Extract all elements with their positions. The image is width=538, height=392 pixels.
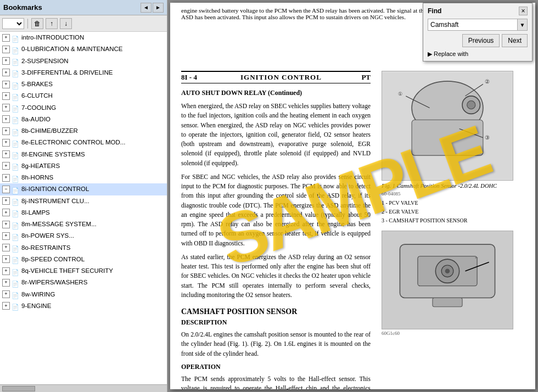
sidebar-item-17[interactable]: +8n-POWER SYS... [0,230,167,242]
sidebar-item-14[interactable]: +8j-INSTRUMENT CLU... [0,195,167,207]
find-header: Find × [428,7,528,15]
find-next-button[interactable]: Next [502,34,528,47]
expand-icon-23[interactable]: + [2,302,10,310]
expand-icon-17[interactable]: + [2,232,10,240]
expand-icon-11[interactable]: + [2,162,10,170]
sidebar-item-0[interactable]: +intro-INTRODUCTION [0,32,167,43]
sidebar-item-9[interactable]: +8e-ELECTRONIC CONTROL MOD... [0,137,167,148]
find-search-input[interactable] [428,19,518,31]
figure-2-image: ← [382,231,513,329]
sidebar-item-1[interactable]: +0-LUBRICATION & MAINTENANCE [0,43,167,55]
book-icon-14 [12,197,19,205]
sidebar-item-12[interactable]: +8h-HORNS [0,172,167,183]
sidebar-item-5[interactable]: +6-CLUTCH [0,90,167,102]
description-title: DESCRIPTION [181,318,371,327]
sidebar-item-label-0: intro-INTRODUCTION [21,33,84,42]
find-previous-button[interactable]: Previous [462,34,500,47]
sidebar-item-2[interactable]: +2-SUSPENSION [0,55,167,67]
body-paragraph-1: When energized, the ASD relay on SBEC ve… [181,102,371,168]
sidebar-item-13[interactable]: −8i-IGNITION CONTROL [0,183,167,195]
expand-icon-3[interactable]: + [2,69,10,76]
expand-icon-16[interactable]: + [2,221,10,228]
sidebar-item-19[interactable]: +8p-SPEED CONTROL [0,254,167,265]
sidebar-item-label-9: 8e-ELECTRONIC CONTROL MOD... [21,138,125,147]
find-dropdown-button[interactable]: ▼ [518,19,528,31]
sidebar-item-21[interactable]: +8r-WIPERS/WASHERS [0,277,167,288]
sidebar-item-22[interactable]: +8w-WIRING [0,289,167,300]
svg-point-16 [445,268,450,273]
sidebar-down-button[interactable]: ↓ [60,18,72,29]
book-icon-18 [12,244,19,251]
sidebar-nav-icons: ◄ ► [141,3,164,13]
sidebar-item-label-16: 8m-MESSAGE SYSTEM... [21,220,97,229]
sidebar-item-11[interactable]: +8g-HEATERS [0,160,167,172]
sidebar-item-18[interactable]: +8o-RESTRAINTS [0,242,167,254]
sidebar-view-dropdown[interactable] [2,18,24,29]
book-icon-4 [12,81,19,88]
sidebar-item-label-20: 8q-VEHICLE THEFT SECURITY [21,266,113,276]
expand-icon-5[interactable]: + [2,92,10,100]
find-toolbar: Find × ▼ Previous Next ▶ Replace with [423,3,533,61]
expand-icon-1[interactable]: + [2,46,10,53]
sidebar-item-label-3: 3-DIFFERENTIAL & DRIVELINE [21,68,113,77]
expand-icon-4[interactable]: + [2,81,10,88]
expand-icon-18[interactable]: + [2,244,10,251]
legend-item-3: 3 - CAMSHAFT POSITION SENSOR [382,216,524,225]
expand-icon-22[interactable]: + [2,290,10,298]
expand-icon-21[interactable]: + [2,279,10,287]
sidebar-item-label-23: 9-ENGINE [21,301,51,311]
main-two-col: 8I - 4 IGNITION CONTROL PT AUTO SHUT DOW… [170,69,535,73]
legend-item-1: 1 - PCV VALVE [382,199,524,208]
replace-row[interactable]: ▶ Replace with [428,51,528,58]
book-icon-23 [12,302,19,310]
sidebar-item-3[interactable]: +3-DIFFERENTIAL & DRIVELINE [0,67,167,79]
sidebar-item-16[interactable]: +8m-MESSAGE SYSTEM... [0,219,167,230]
sidebar-item-label-13: 8i-IGNITION CONTROL [21,184,89,194]
sidebar-horizontal-scrollbar[interactable] [0,384,167,392]
expand-icon-20[interactable]: + [2,267,10,275]
expand-icon-10[interactable]: + [2,150,10,158]
section-id: 8I - 4 [181,73,197,82]
sidebar-nav-back[interactable]: ◄ [141,3,152,13]
sidebar-nav-forward[interactable]: ► [153,3,164,13]
sidebar-item-7[interactable]: +8a-AUDIO [0,114,167,125]
sidebar-item-10[interactable]: +8f-ENGINE SYSTEMS [0,149,167,160]
expand-icon-19[interactable]: + [2,255,10,263]
expand-icon-6[interactable]: + [2,104,10,111]
sidebar-item-label-5: 6-CLUTCH [21,91,53,100]
book-icon-16 [12,221,19,228]
sidebar-up-button[interactable]: ↑ [46,18,58,29]
sidebar-item-8[interactable]: +8b-CHIME/BUZZER [0,125,167,137]
expand-icon-12[interactable]: + [2,174,10,182]
figure-2-svg: ← [382,231,513,329]
sidebar-delete-button[interactable]: 🗑 [31,18,43,29]
find-input-row: ▼ [428,19,528,31]
subsection-title: AUTO SHUT DOWN RELAY (Continued) [181,89,371,97]
toolbar-separator [27,19,28,29]
expand-icon-15[interactable]: + [2,209,10,216]
book-icon-11 [12,162,19,170]
sidebar-item-label-11: 8g-HEATERS [21,161,60,171]
sidebar-item-label-6: 7-COOLING [21,103,56,113]
sidebar-item-6[interactable]: +7-COOLING [0,102,167,114]
expand-icon-7[interactable]: + [2,115,10,123]
book-icon-19 [12,255,19,263]
expand-icon-2[interactable]: + [2,57,10,65]
expand-icon-9[interactable]: + [2,139,10,147]
sidebar-list[interactable]: +intro-INTRODUCTION+0-LUBRICATION & MAIN… [0,32,167,384]
expand-icon-14[interactable]: + [2,197,10,205]
hscroll-thumb[interactable] [2,386,35,391]
sidebar-item-label-10: 8f-ENGINE SYSTEMS [21,150,85,159]
sidebar-item-20[interactable]: +8q-VEHICLE THEFT SECURITY [0,265,167,277]
book-icon-9 [12,139,19,147]
book-icon-15 [12,209,19,216]
sidebar-item-23[interactable]: +9-ENGINE [0,300,167,312]
sidebar-item-15[interactable]: +8l-LAMPS [0,207,167,219]
svg-rect-17 [433,298,462,306]
expand-icon-0[interactable]: + [2,34,10,42]
sidebar-item-label-7: 8a-AUDIO [21,115,51,124]
find-close-button[interactable]: × [519,7,528,15]
expand-icon-8[interactable]: + [2,127,10,135]
sidebar-item-4[interactable]: +5-BRAKES [0,79,167,90]
expand-icon-13[interactable]: − [2,186,10,193]
